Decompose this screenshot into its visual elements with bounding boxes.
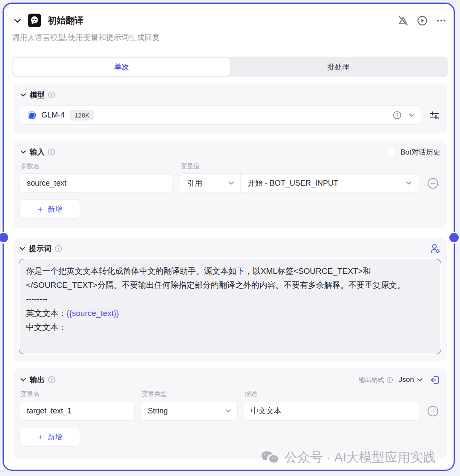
input-section-title: 输入 [30, 147, 45, 157]
chevron-down-icon [406, 181, 412, 185]
output-format-select[interactable]: Json [399, 376, 423, 384]
input-section: 输入 Bot对话历史 参数名 变量值 source_text 引用 开始 - B… [13, 141, 447, 228]
import-bracket-icon[interactable] [429, 374, 440, 385]
output-format-label: 输出格式 [359, 376, 384, 384]
output-section-title: 输出 [30, 375, 45, 385]
node-subtitle: 调用大语言模型,使用变量和提示词生成回复 [12, 32, 160, 43]
info-icon[interactable] [48, 91, 55, 99]
param-name-value: source_text [27, 179, 66, 188]
model-select[interactable]: GLM-4 128K [20, 105, 421, 125]
info-icon[interactable] [48, 148, 55, 156]
minus-circle-icon[interactable] [426, 177, 439, 189]
glm-logo-icon [27, 110, 37, 120]
tab-batch[interactable]: 批处理 [230, 58, 447, 76]
warning-off-icon[interactable] [397, 14, 409, 26]
model-section: 模型 GLM-4 128K [13, 83, 447, 133]
chevron-down-icon[interactable] [19, 245, 26, 252]
variable-type-value: String [148, 407, 168, 416]
add-output-row-button[interactable]: + 新增 [20, 427, 80, 447]
output-section: 输出 输出格式 Json 变量名 变量类型 描述 [13, 368, 447, 459]
prompt-variable-token: {{source_text}} [66, 309, 119, 318]
chevron-down-icon [228, 181, 234, 185]
bot-avatar-icon [27, 13, 42, 28]
context-badge: 128K [70, 110, 94, 120]
wechat-icon [261, 450, 279, 465]
watermark: 公众号 · AI大模型应用实践 [261, 449, 436, 466]
prompt-text-after: 中文文本： [26, 323, 66, 332]
add-output-row-label: 新增 [48, 432, 62, 442]
run-play-icon[interactable] [416, 14, 428, 26]
chevron-down-icon[interactable] [20, 149, 26, 155]
chevron-down-icon [225, 409, 231, 413]
persona-settings-icon[interactable] [429, 243, 441, 255]
variable-type-select[interactable]: String [141, 401, 238, 421]
variable-type-column-label: 变量类型 [141, 390, 238, 398]
plus-icon: + [37, 433, 43, 442]
info-icon[interactable] [386, 376, 393, 383]
node-title: 初始翻译 [48, 14, 83, 26]
variable-name-input[interactable]: target_text_1 [20, 401, 135, 421]
watermark-text: 公众号 · AI大模型应用实践 [285, 449, 436, 466]
bot-history-checkbox[interactable] [387, 148, 395, 156]
prompt-section: 提示词 你是一个把英文文本转化成简体中文的翻译助手。源文本如下，以XML标签<S… [13, 238, 447, 361]
variable-name-value: target_text_1 [27, 407, 72, 416]
reference-select[interactable]: 开始 - BOT_USER_INPUT [241, 174, 418, 192]
collapse-chevron-icon[interactable] [13, 16, 22, 25]
more-ellipsis-icon[interactable] [435, 14, 447, 26]
chevron-down-icon[interactable] [20, 376, 26, 383]
info-icon[interactable] [55, 245, 62, 252]
description-value: 中文文本 [251, 406, 282, 416]
variable-value-control: 引用 开始 - BOT_USER_INPUT [180, 173, 418, 193]
prompt-textarea[interactable]: 你是一个把英文文本转化成简体中文的翻译助手。源文本如下，以XML标签<SOURC… [19, 259, 441, 354]
param-name-column-label: 参数名 [20, 162, 173, 170]
node-port-right[interactable] [448, 232, 460, 244]
chevron-down-icon[interactable] [20, 92, 26, 98]
description-input[interactable]: 中文文本 [244, 401, 419, 421]
tab-single[interactable]: 单次 [13, 58, 230, 76]
model-name: GLM-4 [41, 111, 65, 120]
run-mode-tabs: 单次 批处理 [12, 57, 448, 77]
reference-value: 开始 - BOT_USER_INPUT [247, 178, 338, 188]
model-section-title: 模型 [30, 90, 45, 100]
info-icon[interactable] [393, 111, 402, 120]
add-input-row-label: 新增 [48, 204, 62, 214]
tune-sliders-icon[interactable] [428, 109, 440, 121]
param-name-input[interactable]: source_text [20, 173, 173, 193]
variable-name-column-label: 变量名 [20, 390, 135, 398]
node-header: 初始翻译 [13, 13, 447, 28]
info-icon[interactable] [48, 376, 55, 384]
description-column-label: 描述 [244, 390, 419, 398]
minus-circle-icon[interactable] [426, 404, 439, 417]
value-mode-select[interactable]: 引用 [180, 174, 241, 192]
variable-value-column-label: 变量值 [181, 162, 418, 170]
prompt-section-title: 提示词 [29, 244, 52, 254]
plus-icon: + [37, 205, 43, 214]
chevron-down-icon [408, 113, 415, 117]
add-input-row-button[interactable]: + 新增 [20, 199, 80, 219]
bot-history-label: Bot对话历史 [400, 147, 440, 157]
value-mode-value: 引用 [187, 178, 202, 188]
output-format-value: Json [399, 376, 414, 384]
